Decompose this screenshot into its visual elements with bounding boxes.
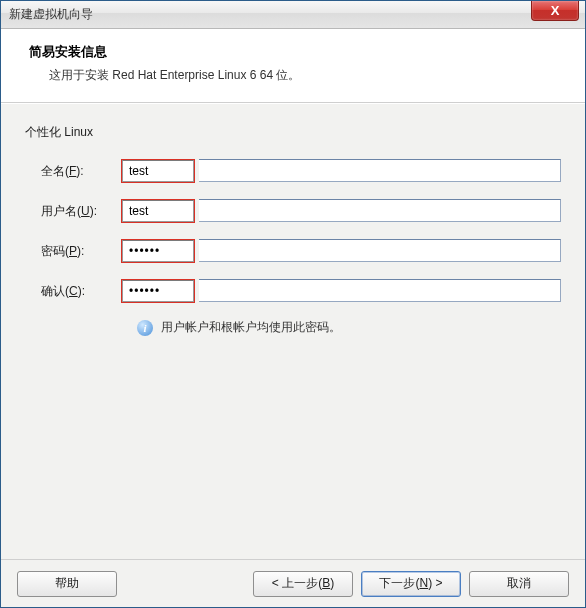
highlight-password xyxy=(121,239,195,263)
password-input[interactable] xyxy=(122,240,194,262)
row-password: 密码(P): xyxy=(25,239,561,263)
label-username: 用户名(U): xyxy=(25,203,121,220)
close-button[interactable]: X xyxy=(531,1,579,21)
back-button[interactable]: < 上一步(B) xyxy=(253,571,353,597)
header-description: 这用于安装 Red Hat Enterprise Linux 6 64 位。 xyxy=(29,67,557,84)
fullname-input[interactable] xyxy=(122,160,194,182)
info-row: i 用户帐户和根帐户均使用此密码。 xyxy=(25,319,561,336)
row-fullname: 全名(F): xyxy=(25,159,561,183)
label-confirm: 确认(C): xyxy=(25,283,121,300)
content-area: 个性化 Linux 全名(F): 用户名(U): xyxy=(1,103,585,583)
highlight-confirm xyxy=(121,279,195,303)
input-wrap-fullname xyxy=(121,159,561,183)
input-wrap-password xyxy=(121,239,561,263)
input-wrap-username xyxy=(121,199,561,223)
window-title: 新建虚拟机向导 xyxy=(9,6,93,23)
section-title: 个性化 Linux xyxy=(25,124,561,141)
next-button[interactable]: 下一步(N) > xyxy=(361,571,461,597)
highlight-username xyxy=(121,199,195,223)
confirm-input[interactable] xyxy=(122,280,194,302)
wizard-window: 新建虚拟机向导 X 简易安装信息 这用于安装 Red Hat Enterpris… xyxy=(0,0,586,608)
help-button[interactable]: 帮助 xyxy=(17,571,117,597)
info-icon: i xyxy=(137,320,153,336)
header-panel: 简易安装信息 这用于安装 Red Hat Enterprise Linux 6 … xyxy=(1,29,585,103)
titlebar: 新建虚拟机向导 X xyxy=(1,1,585,29)
label-password: 密码(P): xyxy=(25,243,121,260)
confirm-input-ext[interactable] xyxy=(199,279,561,302)
password-input-ext[interactable] xyxy=(199,239,561,262)
input-wrap-confirm xyxy=(121,279,561,303)
header-title: 简易安装信息 xyxy=(29,43,557,61)
username-input[interactable] xyxy=(122,200,194,222)
info-text: 用户帐户和根帐户均使用此密码。 xyxy=(161,319,341,336)
username-input-ext[interactable] xyxy=(199,199,561,222)
row-username: 用户名(U): xyxy=(25,199,561,223)
row-confirm: 确认(C): xyxy=(25,279,561,303)
label-fullname: 全名(F): xyxy=(25,163,121,180)
fullname-input-ext[interactable] xyxy=(199,159,561,182)
button-bar: 帮助 < 上一步(B) 下一步(N) > 取消 xyxy=(1,559,585,607)
highlight-fullname xyxy=(121,159,195,183)
close-icon: X xyxy=(551,3,560,18)
cancel-button[interactable]: 取消 xyxy=(469,571,569,597)
